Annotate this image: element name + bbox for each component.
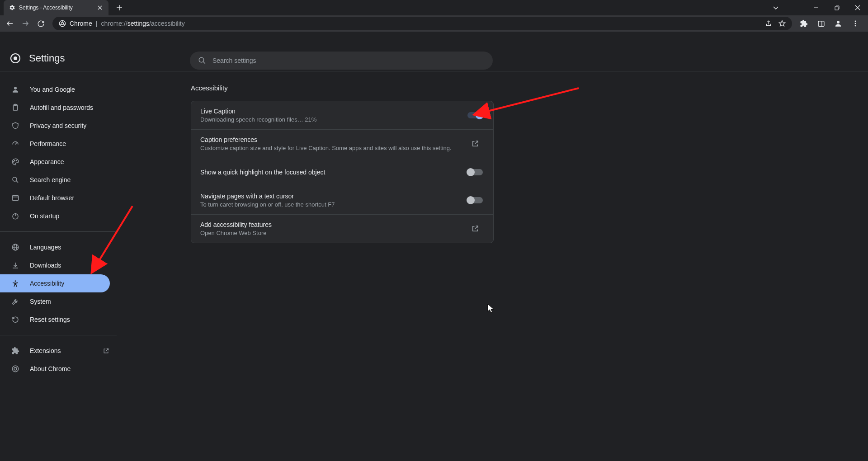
close-window-button[interactable] [847, 0, 868, 15]
sidebar-item-system[interactable]: System [0, 292, 117, 310]
sidebar-item-search-engine[interactable]: Search engine [0, 171, 117, 189]
row-add-accessibility-features[interactable]: Add accessibility features Open Chrome W… [191, 214, 493, 243]
tab-search-icon[interactable] [767, 0, 785, 15]
sidebar-item-label: Downloads [30, 262, 61, 269]
row-title: Caption preferences [200, 136, 466, 143]
external-link-icon [466, 140, 484, 148]
palette-icon [11, 157, 20, 166]
settings-page: Settings You and Google Autofill and pas… [0, 45, 868, 461]
toolbar: Chrome | chrome://settings/accessibility [0, 15, 868, 32]
sidebar-item-label: Appearance [30, 158, 64, 165]
extensions-icon[interactable] [797, 17, 810, 30]
toggle-live-caption[interactable] [467, 112, 483, 118]
bookmark-icon[interactable] [778, 20, 786, 27]
maximize-button[interactable] [826, 0, 847, 15]
sidebar-item-label: Accessibility [30, 280, 64, 287]
search-icon [11, 175, 20, 184]
toolbar-right [797, 17, 864, 30]
menu-icon[interactable] [849, 17, 862, 30]
sidebar-item-accessibility[interactable]: Accessibility [0, 274, 110, 292]
row-live-caption[interactable]: Live Caption Downloading speech recognit… [191, 101, 493, 129]
sidebar-item-reset[interactable]: Reset settings [0, 310, 117, 329]
svg-point-46 [12, 366, 19, 372]
accessibility-card: Live Caption Downloading speech recognit… [191, 101, 494, 243]
toggle-focus-highlight[interactable] [467, 169, 483, 175]
svg-line-45 [106, 348, 108, 351]
tab-close-icon[interactable] [97, 5, 103, 11]
svg-rect-5 [835, 7, 838, 10]
sidebar-item-downloads[interactable]: Downloads [0, 256, 117, 274]
row-title: Navigate pages with a text cursor [200, 193, 466, 200]
back-button[interactable] [4, 17, 16, 30]
sidebar-item-languages[interactable]: Languages [0, 238, 117, 256]
sidebar-item-label: Default browser [30, 194, 74, 202]
shield-icon [11, 121, 20, 130]
sidepanel-icon[interactable] [815, 17, 827, 30]
sidebar-item-you-and-google[interactable]: You and Google [0, 80, 117, 99]
chrome-logo-icon [11, 364, 20, 373]
sidebar-item-on-startup[interactable]: On startup [0, 207, 117, 225]
sidebar-item-extensions[interactable]: Extensions [0, 342, 117, 360]
svg-line-49 [475, 226, 478, 229]
chrome-logo-icon [10, 53, 21, 64]
sidebar-item-label: Languages [30, 244, 61, 251]
sidebar-item-default-browser[interactable]: Default browser [0, 189, 117, 207]
omnibox-origin: Chrome [70, 20, 92, 27]
power-icon [11, 212, 20, 221]
omnibox-separator: | [96, 20, 98, 27]
svg-point-26 [14, 87, 17, 89]
svg-point-21 [855, 25, 856, 27]
row-title: Add accessibility features [200, 221, 466, 228]
svg-line-25 [203, 61, 205, 64]
sidebar-divider [0, 231, 117, 232]
speedometer-icon [11, 139, 20, 148]
sidebar-item-label: About Chrome [30, 365, 71, 372]
svg-point-31 [14, 160, 15, 161]
svg-rect-16 [818, 21, 824, 26]
svg-line-29 [15, 143, 17, 145]
address-bar[interactable]: Chrome | chrome://settings/accessibility [52, 17, 792, 30]
external-link-icon [103, 348, 109, 354]
row-focus-highlight[interactable]: Show a quick highlight on the focused ob… [191, 158, 493, 186]
sidebar-item-label: Search engine [30, 176, 71, 183]
tab-title: Settings - Accessibility [19, 5, 73, 11]
row-caret-browsing[interactable]: Navigate pages with a text cursor To tur… [191, 186, 493, 214]
forward-button[interactable] [19, 17, 32, 30]
svg-point-19 [855, 21, 856, 22]
tab-strip: Settings - Accessibility [0, 0, 868, 15]
settings-search[interactable] [190, 52, 493, 70]
browser-icon [11, 193, 20, 202]
omnibox-actions [765, 20, 786, 27]
sidebar-item-label: Privacy and security [30, 122, 86, 129]
row-caption-preferences[interactable]: Caption preferences Customize caption si… [191, 129, 493, 158]
content: Accessibility Live Caption Downloading s… [117, 71, 868, 461]
globe-icon [11, 243, 20, 252]
sidebar-item-label: On startup [30, 212, 59, 220]
toggle-caret-browsing[interactable] [467, 197, 483, 203]
svg-point-18 [837, 21, 840, 24]
reload-button[interactable] [34, 17, 47, 30]
svg-line-48 [475, 141, 478, 144]
new-tab-button[interactable] [113, 1, 126, 14]
svg-point-44 [15, 280, 16, 282]
row-subtitle: Customize caption size and style for Liv… [200, 145, 466, 151]
minimize-button[interactable] [806, 0, 826, 15]
sidebar-item-autofill[interactable]: Autofill and passwords [0, 99, 117, 117]
profile-icon[interactable] [832, 17, 844, 30]
sidebar-item-privacy[interactable]: Privacy and security [0, 117, 117, 135]
tab-settings[interactable]: Settings - Accessibility [4, 0, 108, 15]
svg-point-30 [14, 161, 14, 162]
settings-search-input[interactable] [212, 57, 485, 64]
clipboard-icon [11, 103, 20, 112]
sidebar-item-about[interactable]: About Chrome [0, 360, 117, 378]
sidebar-item-label: You and Google [30, 86, 75, 93]
sidebar-item-performance[interactable]: Performance [0, 135, 117, 153]
reset-icon [11, 315, 20, 324]
sidebar-item-label: Autofill and passwords [30, 104, 93, 111]
row-subtitle: To turn caret browsing on or off, use th… [200, 201, 466, 208]
svg-point-47 [14, 367, 17, 370]
sidebar-item-appearance[interactable]: Appearance [0, 153, 117, 171]
svg-line-13 [60, 24, 61, 25]
share-icon[interactable] [765, 20, 772, 27]
svg-point-33 [13, 177, 17, 181]
